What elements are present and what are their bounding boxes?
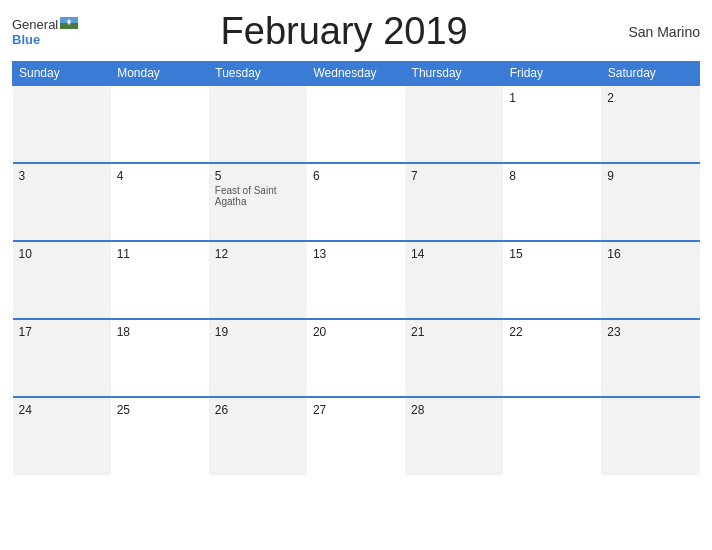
calendar-cell: 27 <box>307 397 405 475</box>
day-number: 26 <box>215 403 301 417</box>
calendar-week-row: 345Feast of Saint Agatha6789 <box>13 163 700 241</box>
calendar-week-row: 2425262728 <box>13 397 700 475</box>
day-number: 6 <box>313 169 399 183</box>
calendar-cell: 17 <box>13 319 111 397</box>
calendar-cell: 2 <box>601 85 699 163</box>
logo-flag-icon <box>60 17 78 29</box>
day-number: 5 <box>215 169 301 183</box>
day-number: 23 <box>607 325 693 339</box>
day-number: 2 <box>607 91 693 105</box>
calendar-week-row: 10111213141516 <box>13 241 700 319</box>
weekday-header-sunday: Sunday <box>13 62 111 86</box>
calendar-cell <box>405 85 503 163</box>
day-number: 25 <box>117 403 203 417</box>
calendar-cell: 1 <box>503 85 601 163</box>
day-number: 11 <box>117 247 203 261</box>
calendar-cell <box>503 397 601 475</box>
day-number: 16 <box>607 247 693 261</box>
calendar-cell: 11 <box>111 241 209 319</box>
calendar-cell: 22 <box>503 319 601 397</box>
calendar-cell: 13 <box>307 241 405 319</box>
day-number: 21 <box>411 325 497 339</box>
calendar-cell: 9 <box>601 163 699 241</box>
weekday-header-friday: Friday <box>503 62 601 86</box>
day-number: 28 <box>411 403 497 417</box>
weekday-header-saturday: Saturday <box>601 62 699 86</box>
day-number: 15 <box>509 247 595 261</box>
day-number: 18 <box>117 325 203 339</box>
day-number: 20 <box>313 325 399 339</box>
day-number: 17 <box>19 325 105 339</box>
weekday-header-tuesday: Tuesday <box>209 62 307 86</box>
day-number: 14 <box>411 247 497 261</box>
day-number: 27 <box>313 403 399 417</box>
calendar-cell: 21 <box>405 319 503 397</box>
day-number: 3 <box>19 169 105 183</box>
logo-blue-text: Blue <box>12 32 40 47</box>
calendar-cell: 15 <box>503 241 601 319</box>
day-number: 24 <box>19 403 105 417</box>
calendar-cell: 12 <box>209 241 307 319</box>
calendar-cell: 16 <box>601 241 699 319</box>
calendar-cell <box>307 85 405 163</box>
calendar-cell: 7 <box>405 163 503 241</box>
weekday-header-wednesday: Wednesday <box>307 62 405 86</box>
calendar-cell <box>13 85 111 163</box>
day-number: 22 <box>509 325 595 339</box>
day-number: 1 <box>509 91 595 105</box>
day-number: 13 <box>313 247 399 261</box>
calendar-cell: 28 <box>405 397 503 475</box>
day-number: 10 <box>19 247 105 261</box>
calendar-cell: 5Feast of Saint Agatha <box>209 163 307 241</box>
calendar-cell: 6 <box>307 163 405 241</box>
calendar-cell: 18 <box>111 319 209 397</box>
weekday-header-thursday: Thursday <box>405 62 503 86</box>
calendar-cell: 4 <box>111 163 209 241</box>
country-label: San Marino <box>610 24 700 40</box>
day-number: 7 <box>411 169 497 183</box>
weekday-header-row: SundayMondayTuesdayWednesdayThursdayFrid… <box>13 62 700 86</box>
calendar-table: SundayMondayTuesdayWednesdayThursdayFrid… <box>12 61 700 475</box>
calendar-cell: 8 <box>503 163 601 241</box>
calendar-cell: 10 <box>13 241 111 319</box>
weekday-header-monday: Monday <box>111 62 209 86</box>
calendar-cell <box>111 85 209 163</box>
calendar-cell: 26 <box>209 397 307 475</box>
day-number: 4 <box>117 169 203 183</box>
calendar-cell <box>601 397 699 475</box>
calendar-cell <box>209 85 307 163</box>
day-number: 8 <box>509 169 595 183</box>
day-number: 9 <box>607 169 693 183</box>
calendar-cell: 3 <box>13 163 111 241</box>
calendar-week-row: 17181920212223 <box>13 319 700 397</box>
calendar-week-row: 12 <box>13 85 700 163</box>
day-number: 19 <box>215 325 301 339</box>
calendar-cell: 25 <box>111 397 209 475</box>
calendar-cell: 20 <box>307 319 405 397</box>
day-number: 12 <box>215 247 301 261</box>
logo-general-text: General <box>12 17 58 32</box>
month-title: February 2019 <box>78 10 610 53</box>
calendar-cell: 14 <box>405 241 503 319</box>
logo-text: General Blue <box>12 17 78 47</box>
calendar-page: General Blue February 2019 San Marino <box>0 0 712 550</box>
logo: General Blue <box>12 17 78 47</box>
calendar-cell: 24 <box>13 397 111 475</box>
calendar-cell: 23 <box>601 319 699 397</box>
header: General Blue February 2019 San Marino <box>12 10 700 53</box>
calendar-cell: 19 <box>209 319 307 397</box>
event-text: Feast of Saint Agatha <box>215 185 301 207</box>
